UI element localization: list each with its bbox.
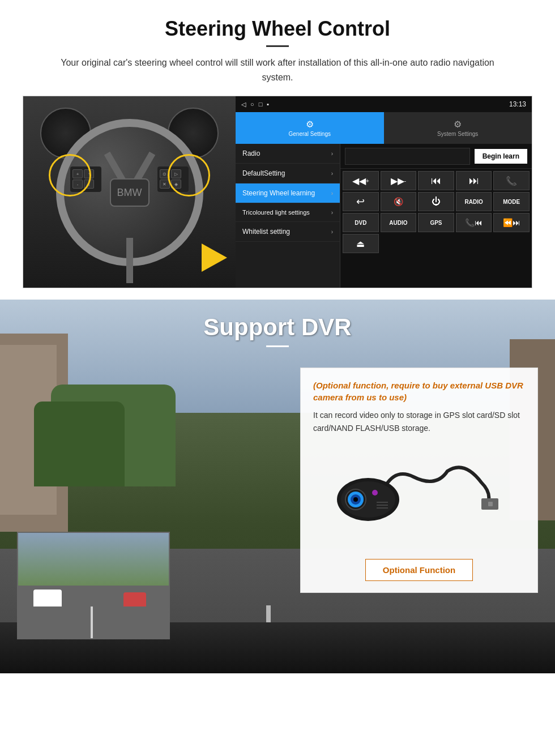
menu-item-whitelist[interactable]: Whitelist setting › [236,222,340,242]
vol-down-icon: ▶▶ [391,176,404,186]
menu-item-steering-wheel[interactable]: Steering Wheel learning › [236,183,340,203]
menu-default-arrow: › [331,170,333,177]
menu-icon: ▪ [267,101,269,108]
dvr-info-box: (Optional function, require to buy exter… [300,368,538,593]
audio-button[interactable]: AUDIO [381,213,417,232]
audio-label: AUDIO [389,220,407,226]
dvr-optional-text: (Optional function, require to buy exter… [313,379,525,403]
steering-wheel-section: Steering Wheel Control Your original car… [0,0,555,300]
highlight-circle-right [168,154,210,197]
prev-next-icon: ⏪⏭ [503,218,520,227]
menu-default-label: DefaultSetting [242,169,285,177]
menu-tricoloured-arrow: › [331,210,333,216]
next-track-button[interactable]: ⏭ [456,171,492,190]
steering-wheel-screenshot: BMW + ↑ - ↓ ⊙ ▷ ✕ ◈ [23,96,532,288]
begin-learn-button[interactable]: Begin learn [475,149,527,164]
mode-button[interactable]: MODE [493,192,530,211]
phone-prev-icon: 📞⏮ [465,218,483,227]
system-settings-label: System Settings [437,131,478,137]
svg-point-7 [353,497,358,502]
steering-wheel-photo: BMW + ↑ - ↓ ⊙ ▷ ✕ ◈ [23,96,236,288]
gps-button[interactable]: GPS [418,213,454,232]
svg-point-8 [372,490,378,496]
back-call-button[interactable]: ↩ [343,192,379,211]
back-call-icon: ↩ [356,195,365,208]
menu-tricoloured-label: Tricoloured light settings [242,209,310,216]
settings-tabs: ⚙ General Settings ⚙ System Settings [236,112,532,144]
power-icon: ⏻ [432,197,441,207]
mute-button[interactable]: 🔇 [381,192,417,211]
dvr-section: Support DVR (Optional function, require … [0,300,555,673]
tab-system-settings[interactable]: ⚙ System Settings [384,112,532,144]
settings-menu: Radio › DefaultSetting › Steering Wheel … [236,144,340,288]
mode-label: MODE [503,199,520,205]
dvr-camera-illustration [313,443,525,556]
power-button[interactable]: ⏻ [418,192,454,211]
menu-whitelist-arrow: › [331,229,333,235]
key-input-field[interactable] [345,148,470,165]
phone-icon: 📞 [506,176,517,186]
back-icon: ◁ [241,101,246,108]
menu-steering-arrow: › [331,190,333,197]
mute-icon: 🔇 [394,197,403,206]
dvr-camera-screenshot [17,532,170,639]
android-ui-panel: ◁ ○ □ ▪ 13:13 ⚙ General Settings ⚙ Syste… [236,96,532,288]
steering-wheel-photo-inner: BMW + ↑ - ↓ ⊙ ▷ ✕ ◈ [23,96,236,288]
section1-subtitle: Your original car's steering wheel contr… [51,55,504,84]
system-settings-icon: ⚙ [454,119,462,130]
section1-divider [266,45,289,47]
prev-next-button[interactable]: ⏪⏭ [493,213,530,232]
tab-general-settings[interactable]: ⚙ General Settings [236,112,384,144]
section1-title: Steering Wheel Control [23,17,532,41]
general-settings-label: General Settings [289,131,331,137]
vol-down-button[interactable]: ▶▶- [381,171,417,190]
eject-button[interactable]: ⏏ [343,234,379,253]
home-icon: ○ [250,101,254,108]
optional-function-button[interactable]: Optional Function [365,559,473,581]
dvr-divider [266,345,289,347]
phone-prev-button[interactable]: 📞⏮ [456,213,492,232]
eject-icon: ⏏ [356,238,365,249]
control-buttons-grid: ◀◀+ ▶▶- ⏮ ⏭ 📞 [340,169,532,255]
vol-up-icon: ◀◀ [352,176,366,186]
menu-radio-label: Radio [242,150,260,157]
main-content: Radio › DefaultSetting › Steering Wheel … [236,144,532,288]
prev-track-icon: ⏮ [431,175,441,187]
gps-label: GPS [430,220,442,226]
dvr-title: Support DVR [0,300,555,341]
vol-up-button[interactable]: ◀◀+ [343,171,379,190]
dvr-camera-svg [334,454,504,545]
next-track-icon: ⏭ [469,175,479,187]
highlight-circle-left [49,154,91,197]
steering-wheel-content: Begin learn ◀◀+ ▶▶- ⏮ [340,144,532,288]
radio-label: RADIO [464,199,483,205]
menu-whitelist-label: Whitelist setting [242,228,290,236]
dvr-screenshot-bg [18,533,169,638]
dvd-button[interactable]: DVD [343,213,379,232]
statusbar-nav-icons: ◁ ○ □ ▪ [241,101,269,108]
menu-item-tricoloured[interactable]: Tricoloured light settings › [236,203,340,222]
prev-track-button[interactable]: ⏮ [418,171,454,190]
menu-item-default-setting[interactable]: DefaultSetting › [236,164,340,183]
steering-wheel-center: BMW [110,178,150,207]
statusbar-time: 13:13 [509,100,526,108]
menu-item-radio[interactable]: Radio › [236,144,340,164]
phone-button[interactable]: 📞 [493,171,530,190]
menu-steering-label: Steering Wheel learning [242,189,315,197]
statusbar: ◁ ○ □ ▪ 13:13 [236,96,532,112]
menu-radio-arrow: › [331,151,333,157]
dvd-label: DVD [355,220,366,226]
dvr-info-text: It can record video only to storage in G… [313,409,525,434]
svg-rect-1 [488,502,493,506]
recents-icon: □ [259,101,263,108]
general-settings-icon: ⚙ [306,119,314,130]
begin-learn-row: Begin learn [340,144,532,169]
radio-button[interactable]: RADIO [456,192,492,211]
